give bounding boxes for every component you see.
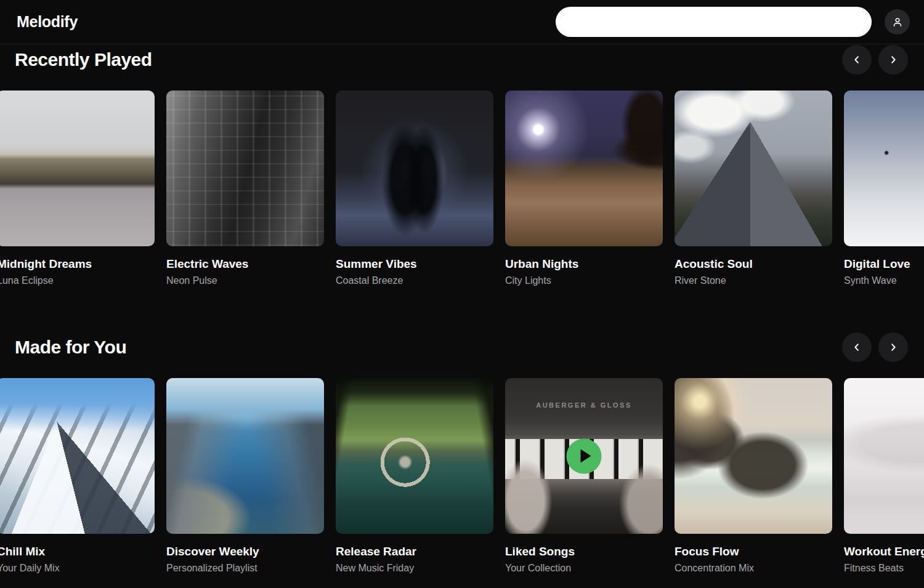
playlist-card[interactable]: Summer Vibes Coastal Breeze <box>336 91 493 286</box>
card-subtitle: Fitness Beats <box>844 563 924 574</box>
section-recently-played: Recently Played Midnight Dreams Luna Ecl… <box>0 46 924 286</box>
card-title: Discover Weekly <box>166 545 324 558</box>
artwork-text: AUBERGER & GLOSS <box>505 401 663 409</box>
chevron-right-icon <box>888 54 899 65</box>
carousel-next-button[interactable] <box>878 45 908 75</box>
album-art[interactable] <box>336 91 493 246</box>
album-art[interactable] <box>844 91 924 246</box>
album-art[interactable] <box>0 378 155 534</box>
card-subtitle: Synth Wave <box>844 275 924 286</box>
card-title: Summer Vibes <box>336 257 493 271</box>
card-title: Acoustic Soul <box>675 257 832 271</box>
card-subtitle: Concentration Mix <box>675 563 832 574</box>
playlist-card[interactable]: Acoustic Soul River Stone <box>675 91 832 286</box>
card-title: Midnight Dreams <box>0 257 155 271</box>
carousel-next-button[interactable] <box>878 332 908 362</box>
chevron-right-icon <box>888 342 899 353</box>
section-title: Made for You <box>15 337 126 358</box>
section-made-for-you: Made for You Chill Mix Your Daily Mix Di… <box>0 333 924 574</box>
card-title: Urban Nights <box>505 257 663 271</box>
album-art[interactable]: AUBERGER & GLOSS <box>505 378 663 534</box>
playlist-card[interactable]: Release Radar New Music Friday <box>336 378 493 574</box>
card-subtitle: New Music Friday <box>336 563 493 574</box>
carousel-prev-button[interactable] <box>842 45 872 75</box>
card-subtitle: Neon Pulse <box>166 275 324 286</box>
section-title: Recently Played <box>15 49 152 70</box>
card-title: Release Radar <box>336 545 493 558</box>
playlist-card[interactable]: AUBERGER & GLOSS Liked Songs Your Collec… <box>505 378 663 574</box>
playlist-card[interactable]: Electric Waves Neon Pulse <box>166 91 324 286</box>
album-art[interactable] <box>336 378 493 534</box>
playlist-card[interactable]: Discover Weekly Personalized Playlist <box>166 378 324 574</box>
card-subtitle: City Lights <box>505 275 663 286</box>
card-title: Digital Love <box>844 257 924 271</box>
album-art[interactable] <box>675 91 832 246</box>
card-subtitle: Personalized Playlist <box>166 563 324 574</box>
chevron-left-icon <box>851 342 862 353</box>
card-subtitle: Coastal Breeze <box>336 275 493 286</box>
playlist-card[interactable]: Focus Flow Concentration Mix <box>675 378 832 574</box>
chevron-left-icon <box>851 54 862 65</box>
app-header: Melodify <box>0 0 924 44</box>
album-art[interactable] <box>844 378 924 534</box>
card-title: Focus Flow <box>675 545 832 558</box>
card-subtitle: Your Daily Mix <box>0 563 155 574</box>
album-art[interactable] <box>675 378 832 534</box>
album-art[interactable] <box>505 91 663 246</box>
playlist-card[interactable]: Urban Nights City Lights <box>505 91 663 286</box>
profile-button[interactable] <box>885 9 910 34</box>
card-subtitle: River Stone <box>675 275 832 286</box>
user-icon <box>891 16 904 28</box>
card-title: Liked Songs <box>505 545 663 558</box>
carousel-controls <box>842 45 908 75</box>
carousel-track[interactable]: Midnight Dreams Luna Eclipse Electric Wa… <box>0 91 924 286</box>
playlist-card[interactable]: Workout Energy Fitness Beats <box>844 378 924 574</box>
card-title: Chill Mix <box>0 545 155 558</box>
app-logo: Melodify <box>17 13 78 31</box>
playlist-card[interactable]: Chill Mix Your Daily Mix <box>0 378 155 574</box>
playlist-card[interactable]: Digital Love Synth Wave <box>844 91 924 286</box>
card-title: Electric Waves <box>166 257 324 271</box>
search-input[interactable] <box>556 7 872 37</box>
playlist-card[interactable]: Midnight Dreams Luna Eclipse <box>0 91 155 286</box>
play-button[interactable] <box>567 438 602 473</box>
carousel-controls <box>842 332 908 362</box>
carousel-prev-button[interactable] <box>842 332 872 362</box>
play-icon <box>580 449 591 463</box>
album-art[interactable] <box>166 91 324 246</box>
album-art[interactable] <box>0 91 155 246</box>
carousel-track[interactable]: Chill Mix Your Daily Mix Discover Weekly… <box>0 378 924 574</box>
album-art[interactable] <box>166 378 324 534</box>
card-subtitle: Your Collection <box>505 563 663 574</box>
card-subtitle: Luna Eclipse <box>0 275 155 286</box>
card-title: Workout Energy <box>844 545 924 558</box>
